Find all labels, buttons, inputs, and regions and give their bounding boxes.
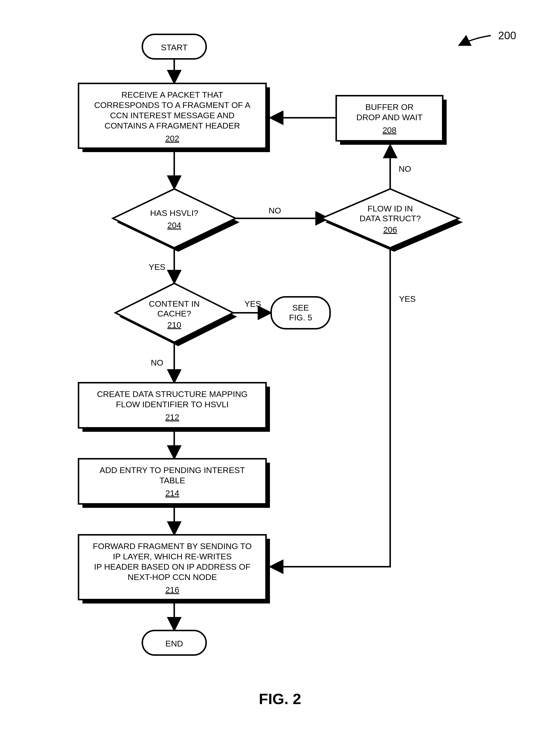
node-214: ADD ENTRY TO PENDING INTEREST TABLE 214 (79, 459, 270, 508)
node-208: BUFFER OR DROP AND WAIT 208 (336, 96, 447, 145)
svg-text:CONTENT IN: CONTENT IN (149, 299, 200, 309)
edge-204-206: NO (236, 206, 329, 218)
svg-marker-12 (113, 189, 236, 248)
svg-text:DROP AND WAIT: DROP AND WAIT (356, 113, 423, 122)
figure-number-text: 200 (498, 29, 516, 41)
svg-text:CREATE DATA STRUCTURE MAPPING: CREATE DATA STRUCTURE MAPPING (97, 389, 248, 399)
node-208-ref: 208 (383, 125, 397, 135)
figure-title: FIG. 2 (259, 690, 301, 707)
svg-text:CCN INTEREST MESSAGE AND: CCN INTEREST MESSAGE AND (110, 111, 235, 120)
figure-number: 200 (459, 29, 516, 45)
svg-text:YES: YES (244, 299, 261, 309)
flowchart-canvas: 200 START RECEIVE A PACKET THAT CORRESPO… (0, 0, 560, 735)
node-210: CONTENT IN CACHE? 210 (115, 283, 237, 346)
svg-text:CACHE?: CACHE? (157, 309, 191, 318)
svg-text:BUFFER OR: BUFFER OR (365, 102, 413, 112)
node-202-ref: 202 (165, 134, 179, 143)
seefig5-node: SEE FIG. 5 (271, 297, 330, 329)
node-204: HAS HSVLI? 204 (113, 189, 240, 252)
svg-text:NO: NO (269, 206, 281, 215)
end-node: END (142, 630, 206, 655)
edge-206-216: YES (270, 248, 416, 567)
svg-text:IP LAYER, WHICH RE-WRITES: IP LAYER, WHICH RE-WRITES (113, 552, 232, 561)
svg-text:FORWARD FRAGMENT BY SENDING TO: FORWARD FRAGMENT BY SENDING TO (93, 541, 252, 551)
svg-text:SEE: SEE (292, 303, 309, 312)
svg-text:NEXT-HOP CCN NODE: NEXT-HOP CCN NODE (128, 572, 217, 582)
svg-text:FIG. 5: FIG. 5 (289, 313, 312, 322)
node-206-ref: 206 (383, 225, 397, 234)
svg-text:NO: NO (151, 358, 163, 367)
edge-210-seefig5: YES (233, 299, 271, 313)
node-216: FORWARD FRAGMENT BY SENDING TO IP LAYER,… (79, 535, 270, 603)
node-210-ref: 210 (167, 320, 181, 330)
svg-text:NO: NO (399, 164, 411, 174)
svg-text:YES: YES (149, 262, 165, 272)
svg-text:IP HEADER BASED ON IP ADDRESS : IP HEADER BASED ON IP ADDRESS OF (94, 562, 250, 571)
start-label: START (161, 43, 187, 52)
node-206: FLOW ID IN DATA STRUCT? 206 (321, 189, 463, 252)
end-label: END (165, 639, 183, 648)
node-204-ref: 204 (167, 221, 181, 230)
node-202: RECEIVE A PACKET THAT CORRESPONDS TO A F… (79, 83, 270, 152)
node-216-ref: 216 (165, 585, 179, 594)
edge-206-208: NO (390, 145, 411, 189)
svg-text:HAS HSVLI?: HAS HSVLI? (150, 208, 199, 218)
node-214-ref: 214 (165, 488, 179, 498)
node-212-ref: 212 (165, 412, 179, 422)
svg-text:CORRESPONDS TO A FRAGMENT OF A: CORRESPONDS TO A FRAGMENT OF A (94, 100, 251, 110)
svg-text:FLOW ID IN: FLOW ID IN (367, 204, 413, 213)
node-212: CREATE DATA STRUCTURE MAPPING FLOW IDENT… (79, 383, 270, 432)
svg-text:DATA STRUCT?: DATA STRUCT? (360, 214, 421, 223)
svg-text:CONTAINS A FRAGMENT HEADER: CONTAINS A FRAGMENT HEADER (105, 121, 240, 130)
start-node: START (142, 34, 206, 59)
svg-text:FLOW IDENTIFIER TO HSVLI: FLOW IDENTIFIER TO HSVLI (116, 399, 229, 409)
svg-text:ADD ENTRY TO PENDING INTEREST: ADD ENTRY TO PENDING INTEREST (100, 465, 245, 475)
svg-text:RECEIVE A PACKET THAT: RECEIVE A PACKET THAT (121, 90, 223, 99)
svg-text:YES: YES (399, 294, 416, 304)
edge-210-212: NO (151, 342, 174, 383)
edge-204-210: YES (149, 248, 174, 283)
svg-text:TABLE: TABLE (159, 476, 185, 485)
